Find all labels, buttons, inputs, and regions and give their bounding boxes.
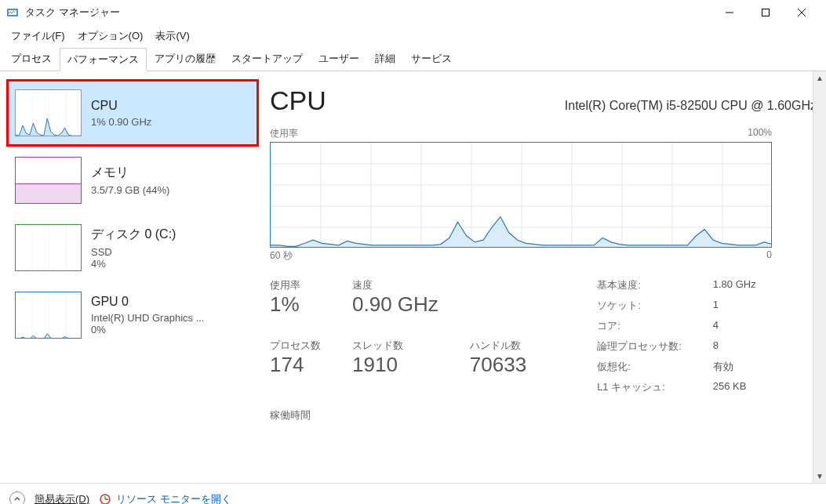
stat-handles-value: 70633 <box>470 353 526 377</box>
resmon-icon <box>99 493 111 505</box>
sidebar-gpu-sub1: Intel(R) UHD Graphics ... <box>91 312 204 324</box>
chart-label-max: 100% <box>748 127 772 140</box>
gpu-thumb <box>15 292 82 339</box>
sidebar-item-cpu[interactable]: CPU 1% 0.90 GHz <box>6 79 259 147</box>
tab-users[interactable]: ユーザー <box>311 47 367 71</box>
l1-label: L1 キャッシュ: <box>597 380 682 394</box>
window-title: タスク マネージャー <box>25 5 711 20</box>
cpu-usage-chart <box>270 142 772 248</box>
cores-label: コア: <box>597 319 682 333</box>
sidebar-cpu-title: CPU <box>91 99 151 113</box>
tab-startup[interactable]: スタートアップ <box>224 47 311 71</box>
tab-app-history[interactable]: アプリの履歴 <box>147 47 224 71</box>
footer: 簡易表示(D) リソース モニターを開く <box>0 483 826 504</box>
cores-value: 4 <box>713 319 756 333</box>
chart-label-usage: 使用率 <box>270 127 298 140</box>
base-speed-label: 基本速度: <box>597 278 682 292</box>
logical-value: 8 <box>713 339 756 354</box>
stat-usage-value: 1% <box>270 292 321 317</box>
tab-processes[interactable]: プロセス <box>3 47 60 71</box>
disk-thumb <box>15 224 82 271</box>
scroll-up-icon[interactable]: ▲ <box>813 71 826 85</box>
sidebar-disk-sub1: SSD <box>91 246 176 258</box>
stat-speed-value: 0.90 GHz <box>352 292 438 317</box>
tab-details[interactable]: 詳細 <box>367 47 403 71</box>
sockets-label: ソケット: <box>597 299 682 313</box>
svg-rect-3 <box>762 9 770 16</box>
resource-monitor-link[interactable]: リソース モニターを開く <box>99 492 231 505</box>
detail-title: CPU <box>270 85 326 116</box>
stat-handles-label: ハンドル数 <box>470 339 526 353</box>
fewer-details-link[interactable]: 簡易表示(D) <box>35 492 89 505</box>
stat-usage-label: 使用率 <box>270 278 321 292</box>
tab-services[interactable]: サービス <box>403 47 460 71</box>
app-icon <box>6 6 19 19</box>
sidebar-cpu-sub: 1% 0.90 GHz <box>91 116 151 128</box>
uptime-label: 稼働時間 <box>270 408 817 422</box>
sockets-value: 1 <box>713 299 756 313</box>
menubar: ファイル(F) オプション(O) 表示(V) <box>0 25 826 47</box>
menu-options[interactable]: オプション(O) <box>73 27 148 45</box>
detail-pane: CPU Intel(R) Core(TM) i5-8250U CPU @ 1.6… <box>259 71 826 483</box>
menu-file[interactable]: ファイル(F) <box>6 27 70 45</box>
fewer-details-chevron-icon[interactable] <box>9 491 25 505</box>
sidebar-gpu-title: GPU 0 <box>91 295 204 309</box>
l1-value: 256 KB <box>713 380 756 394</box>
chart-bottom-left: 60 秒 <box>270 249 293 263</box>
maximize-button[interactable] <box>748 0 784 25</box>
stat-processes-value: 174 <box>270 353 321 377</box>
sidebar-disk-title: ディスク 0 (C:) <box>91 227 176 243</box>
minimize-button[interactable] <box>711 0 748 25</box>
virt-label: 仮想化: <box>597 360 682 374</box>
tab-performance[interactable]: パフォーマンス <box>60 48 147 71</box>
sidebar-item-memory[interactable]: メモリ 3.5/7.9 GB (44%) <box>6 147 259 214</box>
sidebar-item-gpu[interactable]: GPU 0 Intel(R) UHD Graphics ... 0% <box>6 281 259 349</box>
stat-threads-value: 1910 <box>352 353 438 377</box>
close-button[interactable] <box>784 0 820 25</box>
menu-view[interactable]: 表示(V) <box>151 27 194 45</box>
stat-threads-label: スレッド数 <box>352 339 438 353</box>
sidebar-memory-sub: 3.5/7.9 GB (44%) <box>91 184 169 196</box>
tabs: プロセス パフォーマンス アプリの履歴 スタートアップ ユーザー 詳細 サービス <box>0 47 826 71</box>
stat-speed-label: 速度 <box>352 278 438 292</box>
sidebar-item-disk[interactable]: ディスク 0 (C:) SSD 4% <box>6 214 259 281</box>
chart-bottom-right: 0 <box>766 249 772 263</box>
sidebar: CPU 1% 0.90 GHz メモリ 3.5/7.9 GB (44%) ディス… <box>0 71 259 483</box>
sidebar-gpu-sub2: 0% <box>91 324 204 335</box>
virt-value: 有効 <box>713 360 756 374</box>
logical-label: 論理プロセッサ数: <box>597 339 682 354</box>
detail-model: Intel(R) Core(TM) i5-8250U CPU @ 1.60GHz <box>565 99 817 113</box>
sidebar-memory-title: メモリ <box>91 165 169 181</box>
svg-rect-9 <box>16 184 82 204</box>
scroll-down-icon[interactable]: ▼ <box>813 470 826 483</box>
sidebar-disk-sub2: 4% <box>91 258 176 270</box>
memory-thumb <box>15 157 82 204</box>
base-speed-value: 1.80 GHz <box>713 278 756 292</box>
stat-processes-label: プロセス数 <box>270 339 321 353</box>
vertical-scrollbar[interactable]: ▲ ▼ <box>813 71 826 483</box>
titlebar: タスク マネージャー <box>0 0 826 25</box>
cpu-thumb <box>15 89 82 136</box>
